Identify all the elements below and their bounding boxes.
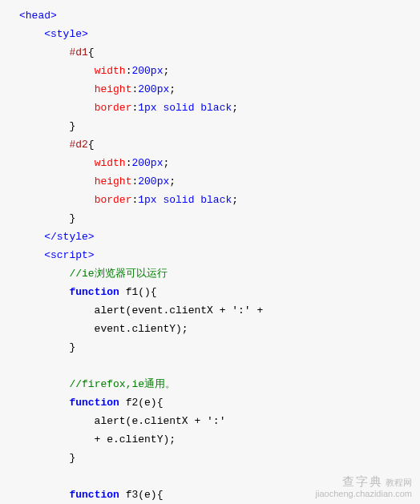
- code-line: alert(event.clientX + ':' +: [19, 301, 420, 320]
- code-block: <head> <style> #d1{ width:200px; height:…: [0, 0, 420, 504]
- code-line: [19, 467, 420, 486]
- code-line: </style>: [19, 228, 420, 246]
- code-line: [19, 357, 420, 375]
- code-line: alert(e.clientX + ':': [19, 412, 420, 430]
- code-line: <head>: [19, 6, 420, 25]
- code-line: <script>: [19, 246, 420, 264]
- code-line: //firefox,ie通用。: [19, 375, 420, 393]
- code-line: event.clientY);: [19, 320, 420, 338]
- code-line: width:200px;: [19, 154, 420, 172]
- code-line: }: [19, 338, 420, 357]
- code-line: function f3(e){: [19, 486, 420, 504]
- code-line: border:1px solid black;: [19, 99, 420, 117]
- code-line: <style>: [19, 25, 420, 43]
- code-line: height:200px;: [19, 172, 420, 191]
- code-line: }: [19, 449, 420, 467]
- code-line: #d2{: [19, 135, 420, 154]
- code-line: + e.clientY);: [19, 430, 420, 449]
- code-line: #d1{: [19, 43, 420, 62]
- code-line: height:200px;: [19, 80, 420, 99]
- code-line: }: [19, 209, 420, 228]
- code-line: function f1(){: [19, 283, 420, 301]
- code-line: border:1px solid black;: [19, 191, 420, 209]
- code-line: function f2(e){: [19, 393, 420, 412]
- code-line: width:200px;: [19, 62, 420, 80]
- code-line: }: [19, 117, 420, 135]
- code-line: //ie浏览器可以运行: [19, 264, 420, 283]
